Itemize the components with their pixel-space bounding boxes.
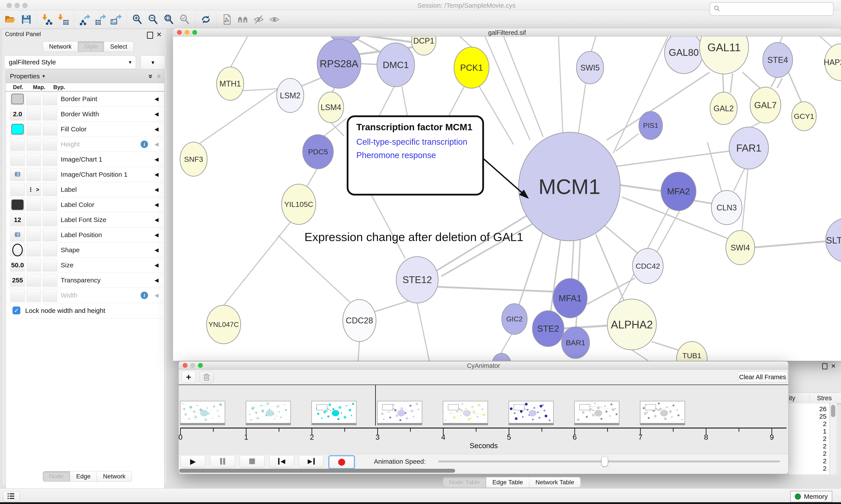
bypass-cell[interactable] [43, 138, 57, 151]
expand-arrow-icon[interactable]: ◀ [155, 262, 159, 268]
mapping-cell[interactable] [26, 289, 41, 302]
default-cell[interactable] [10, 198, 25, 211]
zoom-out-icon[interactable] [147, 13, 159, 26]
search-field[interactable] [710, 2, 834, 16]
bypass-cell[interactable] [43, 183, 57, 196]
expand-arrow-icon[interactable]: ◀ [155, 186, 159, 193]
default-cell[interactable] [10, 138, 25, 151]
default-swatch[interactable] [12, 199, 24, 210]
bypass-cell[interactable] [43, 153, 57, 166]
node-GAL11[interactable]: GAL11 [699, 37, 749, 74]
bypass-cell[interactable] [43, 93, 57, 105]
bypass-cell[interactable] [43, 244, 57, 256]
add-frame-button[interactable]: + [182, 371, 196, 383]
scrollbar-thumb[interactable] [831, 405, 835, 417]
mapping-cell[interactable] [26, 138, 41, 151]
node-PIS1[interactable]: PIS1 [639, 111, 662, 140]
default-cell[interactable]: 2.0 [10, 108, 25, 121]
next-frame-button[interactable]: ▶ [299, 455, 324, 467]
property-row-label-font-size[interactable]: 12Label Font Size◀ [6, 212, 164, 228]
window-zoom-icon[interactable] [22, 3, 28, 8]
zoom-fit-icon[interactable] [162, 13, 175, 26]
frame-thumbnail-7[interactable] [640, 401, 685, 424]
node-SNF3[interactable]: SNF3 [180, 142, 207, 176]
export-table-icon[interactable] [94, 13, 107, 26]
property-row-border-paint[interactable]: Border Paint◀ [6, 91, 164, 107]
node-HAP2[interactable]: HAP2 [824, 44, 841, 80]
property-row-label-position[interactable]: Label Position◀ [6, 228, 164, 242]
tab-select[interactable]: Select [104, 41, 133, 52]
style-selector[interactable]: galFiltered Style ▾ [4, 55, 136, 69]
default-cell[interactable]: 12 [10, 214, 25, 226]
collapse-all-icon[interactable]: » [154, 74, 162, 78]
mapping-cell[interactable] [26, 108, 41, 121]
expand-arrow-icon[interactable]: ◀ [155, 292, 159, 299]
node-SWI4[interactable]: SWI4 [726, 231, 755, 265]
tab-edge[interactable]: Edge [70, 471, 97, 482]
node-CLN3[interactable]: CLN3 [711, 191, 742, 224]
default-swatch[interactable] [12, 94, 24, 104]
bypass-cell[interactable] [43, 198, 57, 211]
default-value[interactable]: 50.0 [11, 262, 24, 269]
zoom-icon[interactable] [198, 363, 203, 368]
default-cell[interactable]: 50.0 [10, 259, 25, 271]
zoom-icon[interactable] [192, 30, 197, 35]
import-network-icon[interactable] [41, 13, 54, 26]
default-cell[interactable] [10, 168, 25, 181]
node-MCM1[interactable]: MCM1 [519, 132, 620, 241]
expand-arrow-icon[interactable]: ◀ [155, 156, 159, 162]
timeline-playhead[interactable] [375, 385, 376, 426]
node-GAL7[interactable]: GAL7 [750, 87, 781, 123]
tab-network[interactable]: Network [43, 41, 78, 52]
annotation-box[interactable]: Transcription factor MCM1 Cell-type-spec… [347, 115, 484, 196]
node-YNL047C[interactable]: YNL047C [207, 305, 241, 344]
frame-thumbnail-1[interactable] [246, 401, 291, 424]
node-PCK1[interactable]: PCK1 [454, 47, 489, 88]
node-ALPHA2[interactable]: ALPHA2 [607, 299, 656, 350]
property-row-fill-color[interactable]: Fill Color◀ [6, 122, 164, 137]
dev-panel-button[interactable] [3, 491, 20, 502]
property-row-label[interactable]: ⋮ >Label◀ [6, 182, 164, 197]
default-value[interactable]: 2.0 [13, 110, 22, 118]
cyanimator-titlebar[interactable]: CyAnimator [179, 361, 788, 370]
expand-arrow-icon[interactable]: ◀ [155, 217, 159, 223]
default-cell[interactable] [10, 244, 25, 256]
property-row-width[interactable]: Widthi◀ [6, 288, 164, 303]
passthrough-mapping-icon[interactable]: ⋮ > [28, 186, 40, 193]
expand-arrow-icon[interactable]: ◀ [155, 277, 159, 283]
node-DMC1[interactable]: DMC1 [377, 43, 415, 87]
info-icon[interactable]: i [141, 292, 148, 299]
tab-edge-table[interactable]: Edge Table [486, 477, 529, 488]
tab-network[interactable]: Network [97, 471, 132, 482]
minimize-icon[interactable] [185, 30, 190, 35]
node-unlabeled[interactable] [492, 353, 511, 361]
mapping-cell[interactable] [26, 198, 41, 211]
hide-selected-icon[interactable] [252, 13, 265, 26]
minimize-icon[interactable] [190, 363, 195, 368]
panel-close-icon[interactable]: ✕ [831, 363, 836, 370]
node-DCP1[interactable]: DCP1 [412, 37, 436, 55]
mapping-cell[interactable] [26, 123, 41, 136]
zoom-in-icon[interactable] [131, 13, 144, 26]
zoom-selected-icon[interactable] [178, 13, 191, 26]
ellipse-shape-icon[interactable] [12, 244, 23, 256]
bypass-cell[interactable] [43, 274, 57, 287]
default-cell[interactable] [10, 153, 25, 166]
expand-arrow-icon[interactable]: ◀ [155, 126, 159, 132]
mapping-cell[interactable] [26, 153, 41, 166]
property-row-size[interactable]: 50.0Size◀ [6, 258, 164, 273]
node-BAR1[interactable]: BAR1 [561, 327, 590, 358]
column-header-connectivity[interactable]: ity [789, 395, 795, 402]
node-GAL2[interactable]: GAL2 [710, 92, 737, 125]
property-row-height[interactable]: Heighti◀ [6, 137, 164, 152]
apply-layout-icon[interactable] [199, 13, 212, 26]
bypass-cell[interactable] [43, 108, 57, 121]
timeline-scrollbar[interactable] [179, 468, 788, 474]
table-scrollbar[interactable] [830, 403, 836, 474]
expand-arrow-icon[interactable]: ◀ [155, 111, 159, 117]
node-STE12[interactable]: STE12 [396, 257, 438, 303]
tab-network-table[interactable]: Network Table [529, 477, 580, 488]
mapping-cell[interactable] [26, 229, 41, 241]
expand-arrow-icon[interactable]: ◀ [155, 96, 159, 102]
frame-thumbnail-0[interactable] [180, 401, 225, 424]
